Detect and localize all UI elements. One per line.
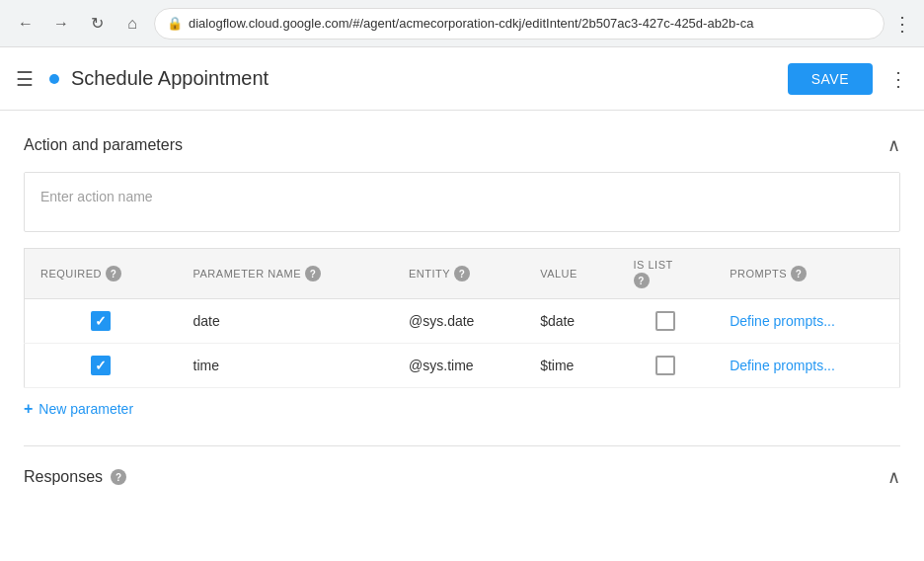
value-cell-time: $time [524, 344, 617, 388]
value-cell-date: $date [524, 299, 617, 344]
entity-cell-time: @sys.time [393, 344, 524, 388]
parameter-name-cell-time: time [178, 344, 394, 388]
parameters-table: REQUIRED ? PARAMETER NAME ? ENTITY ? [24, 248, 900, 388]
required-cell-date: ✓ [25, 299, 178, 344]
col-required: REQUIRED ? [25, 249, 178, 299]
responses-title: Responses [24, 468, 103, 486]
lock-icon: 🔒 [167, 16, 183, 31]
browser-chrome: ← → ↻ ⌂ 🔒 dialogflow.cloud.google.com/#/… [0, 0, 924, 47]
new-parameter-button[interactable]: + New parameter [24, 388, 133, 430]
table-row: ✓ date @sys.date $date [25, 299, 900, 344]
col-is-list: IS LIST ? [618, 249, 715, 299]
parameter-name-help-icon[interactable]: ? [305, 266, 321, 281]
is-list-checkbox-date[interactable] [655, 311, 675, 331]
main-content: Action and parameters ∧ REQUIRED ? PARAM… [0, 111, 924, 504]
collapse-responses-button[interactable]: ∧ [887, 466, 900, 488]
col-value: VALUE [524, 249, 617, 299]
parameter-name-cell-date: date [178, 299, 394, 344]
checkmark-icon: ✓ [95, 358, 107, 373]
checkmark-icon: ✓ [95, 313, 107, 329]
address-bar[interactable]: 🔒 dialogflow.cloud.google.com/#/agent/ac… [154, 8, 885, 40]
required-help-icon[interactable]: ? [106, 266, 121, 281]
new-parameter-label: New parameter [38, 401, 133, 417]
action-section-header: Action and parameters ∧ [24, 134, 900, 156]
define-prompts-link-time[interactable]: Define prompts... [730, 358, 835, 373]
prompts-help-icon[interactable]: ? [791, 266, 807, 281]
is-list-cell-time [618, 344, 715, 388]
required-checkbox-time[interactable]: ✓ [91, 356, 111, 375]
responses-help-icon[interactable]: ? [111, 469, 126, 485]
is-list-help-icon[interactable]: ? [634, 273, 650, 288]
prompts-cell-date: Define prompts... [714, 299, 899, 344]
app-header: ☰ Schedule Appointment SAVE ⋮ [0, 47, 924, 111]
browser-menu-icon[interactable]: ⋮ [892, 12, 912, 36]
plus-icon: + [24, 400, 33, 418]
entity-help-icon[interactable]: ? [454, 266, 470, 281]
entity-cell-date: @sys.date [393, 299, 524, 344]
home-button[interactable]: ⌂ [118, 10, 146, 38]
back-button[interactable]: ← [12, 10, 39, 38]
is-list-cell-date [618, 299, 715, 344]
more-options-icon[interactable]: ⋮ [888, 67, 908, 91]
col-entity: ENTITY ? [393, 249, 524, 299]
is-list-checkbox-time[interactable] [655, 356, 675, 375]
status-dot [49, 74, 59, 84]
hamburger-icon[interactable]: ☰ [16, 67, 34, 91]
required-cell-time: ✓ [25, 344, 178, 388]
define-prompts-link-date[interactable]: Define prompts... [730, 313, 835, 329]
refresh-button[interactable]: ↻ [83, 10, 111, 38]
forward-button[interactable]: → [47, 10, 75, 38]
url-text: dialogflow.cloud.google.com/#/agent/acme… [189, 16, 872, 31]
action-input-wrapper [24, 172, 900, 232]
prompts-cell-time: Define prompts... [714, 344, 899, 388]
required-checkbox-date[interactable]: ✓ [91, 311, 111, 331]
table-row: ✓ time @sys.time $time [25, 344, 900, 388]
col-prompts: PROMPTS ? [714, 249, 899, 299]
responses-section: Responses ? ∧ [24, 446, 900, 504]
collapse-action-button[interactable]: ∧ [887, 134, 900, 156]
page-title: Schedule Appointment [71, 67, 788, 90]
action-section-title: Action and parameters [24, 136, 183, 154]
col-parameter-name: PARAMETER NAME ? [178, 249, 394, 299]
action-name-input[interactable] [25, 173, 899, 228]
responses-title-wrapper: Responses ? [24, 468, 126, 486]
table-header-row: REQUIRED ? PARAMETER NAME ? ENTITY ? [25, 249, 900, 299]
save-button[interactable]: SAVE [788, 63, 873, 95]
